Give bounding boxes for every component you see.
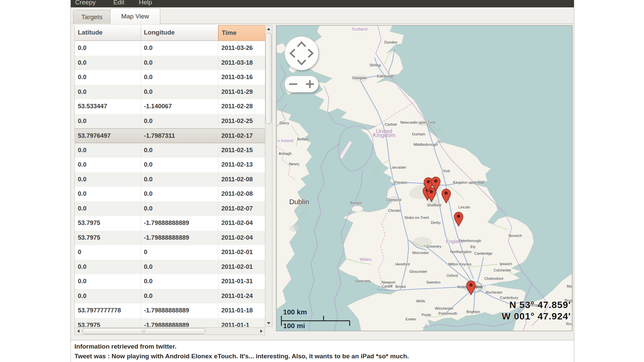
cell-latitude: 53.7975 bbox=[75, 216, 141, 231]
cell-time: 2011-02-07 bbox=[218, 201, 265, 216]
table-row[interactable]: 53.7977777778-1.798888888892011-01-18 bbox=[75, 303, 265, 318]
map-label-city: Roubaix bbox=[566, 322, 573, 326]
scroll-right-icon[interactable] bbox=[258, 328, 265, 335]
menu-help[interactable]: Help bbox=[139, 0, 152, 6]
cell-longitude: -1.7987311 bbox=[141, 129, 218, 143]
pan-right-icon bbox=[308, 49, 313, 57]
table-row[interactable]: 0.00.02011-02-07 bbox=[75, 201, 265, 216]
table-row[interactable]: 53.7976497-1.79873112011-02-17 bbox=[75, 128, 265, 143]
map-label-city: Hereford bbox=[395, 262, 410, 266]
cell-longitude: 0 bbox=[141, 245, 218, 260]
map-label-city: Stirling bbox=[369, 63, 381, 67]
table-row[interactable]: 0.00.02011-02-25 bbox=[75, 114, 265, 129]
scroll-left-icon[interactable] bbox=[75, 328, 82, 335]
cell-longitude: 0.0 bbox=[141, 260, 218, 275]
cell-time: 2011-02-01 bbox=[218, 260, 265, 275]
zoom-out-button[interactable] bbox=[285, 76, 302, 92]
cell-latitude: 0.0 bbox=[75, 172, 141, 187]
map-label-city: Cardiff bbox=[382, 284, 392, 288]
column-header-latitude[interactable]: Latitude bbox=[75, 25, 141, 41]
table-row[interactable]: 0.00.02011-01-29 bbox=[75, 85, 265, 100]
cell-latitude: 0.0 bbox=[75, 274, 141, 289]
cell-latitude: 53.7976497 bbox=[75, 129, 141, 143]
cell-time: 2011-02-04 bbox=[218, 216, 265, 231]
cell-longitude: -1.79888888889 bbox=[141, 231, 218, 245]
cell-longitude: -1.79888888889 bbox=[141, 216, 218, 231]
map-label-city: Durham bbox=[412, 132, 425, 136]
horizontal-scrollbar-thumb[interactable] bbox=[82, 328, 206, 334]
cell-latitude: 0.0 bbox=[75, 289, 141, 304]
cell-latitude: 0.0 bbox=[75, 187, 141, 201]
tab-map-view[interactable]: Map View bbox=[110, 8, 160, 24]
cell-latitude: 0.0 bbox=[75, 114, 141, 129]
tab-targets[interactable]: Targets bbox=[73, 10, 111, 24]
map-label-city: Newcastle upon Tyne bbox=[400, 120, 436, 124]
map-label-city: Bristol bbox=[395, 285, 406, 289]
table-rows: 0.00.02011-03-260.00.02011-03-180.00.020… bbox=[75, 41, 265, 327]
table-row[interactable]: 0.00.02011-03-26 bbox=[75, 41, 265, 56]
cell-latitude: 0 bbox=[75, 245, 141, 260]
cell-time: 2011-02-08 bbox=[218, 172, 265, 187]
cell-longitude: -1.79888888889 bbox=[141, 303, 218, 318]
table-row[interactable]: 0.00.02011-02-15 bbox=[75, 143, 265, 158]
map-marker[interactable] bbox=[441, 188, 451, 203]
cell-latitude: 0.0 bbox=[75, 260, 141, 275]
table-row[interactable]: 0.00.02011-01-31 bbox=[75, 274, 265, 289]
map-label-city: Ipswich bbox=[500, 262, 512, 266]
table-row[interactable]: 0.00.02011-02-08 bbox=[75, 172, 265, 187]
scale-mi-label: 100 mi bbox=[283, 322, 305, 330]
map-label-city: Glasgow bbox=[352, 76, 367, 80]
map-label-city: Worcester bbox=[412, 251, 429, 255]
map-label-city: Newport bbox=[382, 280, 395, 284]
table-row[interactable]: 0.00.02011-02-13 bbox=[75, 158, 265, 172]
table-row[interactable]: 53.7975-1.798888888892011-02-04 bbox=[75, 231, 265, 245]
map-pan-control[interactable] bbox=[284, 36, 319, 70]
scroll-down-icon[interactable] bbox=[265, 320, 272, 326]
table-row[interactable]: 53.533447-1.1400672011-02-28 bbox=[75, 99, 265, 114]
cell-time: 2011-01-31 bbox=[218, 274, 265, 289]
scroll-up-icon[interactable] bbox=[265, 25, 272, 32]
scale-km-label: 100 km bbox=[283, 308, 307, 316]
cell-latitude: 0.0 bbox=[75, 70, 141, 85]
map-marker[interactable] bbox=[431, 176, 441, 191]
table-row[interactable]: 0.00.02011-01-24 bbox=[75, 289, 265, 304]
table-row[interactable]: 0.00.02011-02-01 bbox=[75, 260, 265, 275]
table-row[interactable]: 0.00.02011-03-18 bbox=[75, 56, 265, 70]
table-header: Latitude Longitude Time bbox=[75, 25, 265, 41]
cell-latitude: 53.7975 bbox=[75, 231, 141, 245]
table-horizontal-scrollbar[interactable] bbox=[74, 327, 265, 335]
map-marker[interactable] bbox=[466, 280, 476, 295]
map-zoom-control bbox=[284, 76, 319, 93]
map-label-city: /Derry bbox=[279, 121, 289, 125]
map-label-country: Wales bbox=[360, 257, 372, 261]
cell-time: 2011-02-04 bbox=[218, 231, 265, 245]
map-marker[interactable] bbox=[453, 211, 464, 226]
cell-longitude: 0.0 bbox=[141, 274, 218, 289]
map-label-country: n Ireland bbox=[278, 139, 293, 143]
table-row[interactable]: 53.7975-1.798888888892011-02-04 bbox=[75, 216, 265, 231]
map-label-city: Newry bbox=[289, 162, 299, 166]
table-row[interactable]: 002011-02-01 bbox=[75, 245, 265, 260]
cell-longitude: 0.0 bbox=[141, 187, 218, 201]
column-header-longitude[interactable]: Longitude bbox=[141, 25, 218, 41]
table-vertical-scrollbar[interactable] bbox=[265, 25, 272, 327]
zoom-in-button[interactable] bbox=[302, 76, 318, 92]
menu-edit[interactable]: Edit bbox=[113, 0, 124, 6]
map-label-city: Winchester bbox=[435, 306, 453, 310]
map-label-city: Kingston upon Hull bbox=[453, 180, 484, 184]
table-row[interactable]: 0.00.02011-03-16 bbox=[75, 70, 265, 85]
map-label-city: Middlesbrough bbox=[414, 142, 438, 146]
map-label-city: Lancaster bbox=[390, 165, 406, 169]
cell-longitude: 0.0 bbox=[141, 201, 218, 216]
map-view[interactable]: ScotlandUnited Kingdomn IrelandEnglandWa… bbox=[276, 25, 573, 331]
menu-creepy[interactable]: Creepy bbox=[75, 0, 96, 6]
table-row[interactable]: 53.7975-1.798888888892011-01-1 bbox=[75, 318, 265, 327]
cell-longitude: 0.0 bbox=[141, 85, 218, 100]
vertical-scrollbar-thumb[interactable] bbox=[266, 33, 272, 124]
map-label-city: Bangor bbox=[350, 201, 362, 205]
table-row[interactable]: 0.00.02011-02-08 bbox=[75, 187, 265, 201]
map-label-city: Derby bbox=[431, 221, 440, 225]
column-header-time[interactable]: Time bbox=[218, 25, 265, 41]
map-label-city: Cambridge bbox=[474, 251, 492, 255]
map-label-city: Colchester bbox=[494, 268, 512, 272]
